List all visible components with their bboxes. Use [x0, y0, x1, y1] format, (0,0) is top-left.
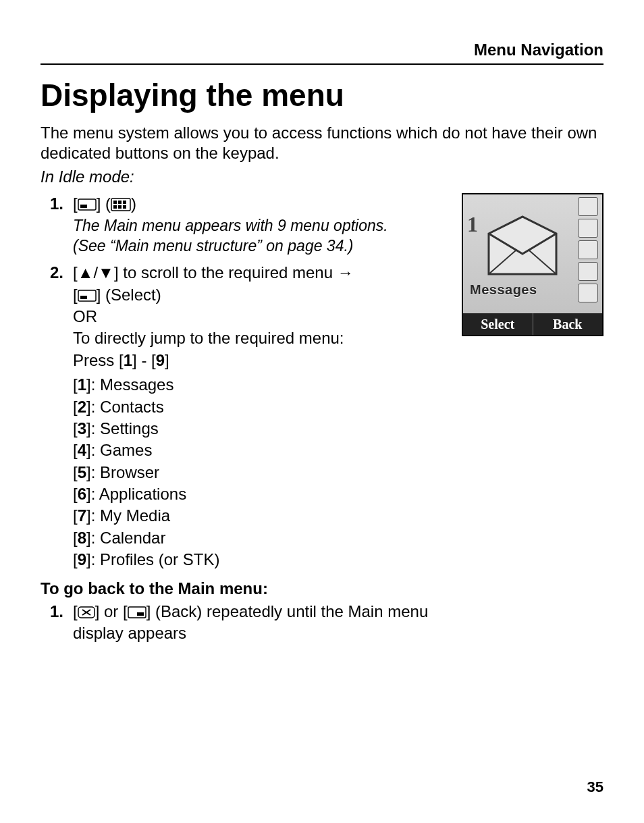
softkey-left-icon	[78, 198, 97, 211]
or-label: OR	[73, 307, 97, 325]
list-item: [2]: Contacts	[73, 396, 450, 418]
list-item: [6]: Applications	[73, 483, 450, 505]
svg-rect-8	[123, 205, 126, 209]
right-arrow-icon: →	[338, 263, 354, 282]
press-range: Press [1] - [9]	[73, 351, 169, 369]
envelope-icon	[482, 213, 563, 281]
side-icon	[578, 197, 598, 216]
svg-rect-3	[113, 201, 117, 204]
svg-rect-15	[137, 612, 144, 616]
step2-scroll-text: ] to scroll to the required menu	[114, 263, 338, 282]
step-number: 1.	[41, 193, 73, 257]
side-icon	[578, 240, 598, 259]
list-item: [5]: Browser	[73, 462, 450, 483]
page-title: Displaying the menu	[41, 77, 603, 113]
list-item: [1]: Messages	[73, 374, 450, 396]
side-icon	[578, 284, 598, 302]
list-item: [3]: Settings	[73, 418, 450, 440]
svg-rect-4	[118, 201, 122, 204]
list-item: [7]: My Media	[73, 505, 450, 527]
step-2: 2. [▲/▼] to scroll to the required menu …	[41, 262, 450, 570]
side-icon-column	[578, 197, 599, 302]
softkey-right-icon	[128, 606, 146, 618]
phone-softkey-bar: Select Back	[463, 313, 602, 335]
menu-items-list: [1]: Messages [2]: Contacts [3]: Setting…	[73, 374, 450, 571]
steps-list: 1. [] () The Main menu appears with 9 me…	[41, 193, 450, 571]
svg-rect-1	[80, 205, 87, 208]
phone-softkey-back[interactable]: Back	[533, 313, 603, 335]
side-icon	[578, 262, 598, 281]
step1-note-line2: (See “Main menu structure” on page 34.)	[73, 237, 353, 255]
jump-text: To directly jump to the required menu:	[73, 329, 344, 347]
phone-menu-label: Messages	[470, 282, 537, 298]
svg-rect-7	[118, 205, 122, 209]
step1-key-sequence: [] ()	[73, 194, 136, 213]
step1-note-line1: The Main menu appears with 9 menu option…	[73, 217, 388, 234]
back-step-1: 1. [] or [] (Back) repeatedly until the …	[41, 601, 450, 645]
menu-grid-icon	[111, 198, 131, 211]
down-arrow-icon: ▼	[98, 263, 114, 282]
phone-screenshot: 1 Messages Select Back	[462, 193, 603, 336]
cancel-key-icon	[78, 606, 95, 618]
list-item: [8]: Calendar	[73, 527, 450, 549]
list-item: [9]: Profiles (or STK)	[73, 549, 450, 570]
phone-softkey-select[interactable]: Select	[463, 313, 533, 335]
softkey-left-icon	[78, 290, 97, 302]
intro-text: The menu system allows you to access fun…	[41, 123, 603, 163]
svg-rect-2	[111, 198, 130, 211]
back-step-body: [] or [] (Back) repeatedly until the Mai…	[73, 601, 450, 645]
up-arrow-icon: ▲	[78, 263, 94, 282]
side-icon	[578, 219, 598, 238]
step2-scroll-line: [▲/▼] to scroll to the required menu → […	[73, 263, 354, 303]
svg-rect-5	[123, 201, 126, 204]
select-label: ] (Select)	[97, 286, 161, 304]
step-number: 2.	[41, 262, 73, 570]
svg-rect-6	[113, 205, 117, 209]
svg-rect-10	[80, 296, 87, 299]
idle-mode-label: In Idle mode:	[41, 167, 603, 186]
step-1: 1. [] () The Main menu appears with 9 me…	[41, 193, 450, 257]
step-number: 1.	[41, 601, 73, 645]
back-steps: 1. [] or [] (Back) repeatedly until the …	[41, 601, 450, 645]
list-item: [4]: Games	[73, 440, 450, 461]
running-head: Menu Navigation	[41, 41, 603, 65]
page-number: 35	[587, 778, 603, 796]
back-heading: To go back to the Main menu:	[41, 579, 450, 598]
